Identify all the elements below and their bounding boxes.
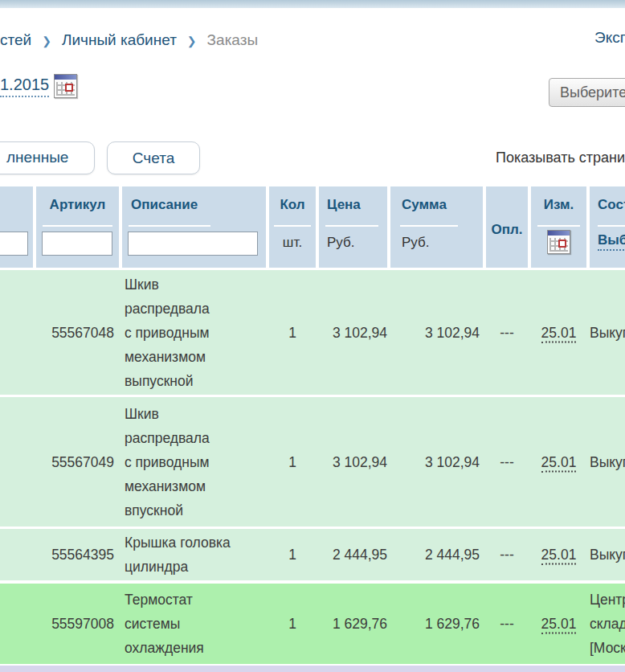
row-price: 3 102,94 bbox=[319, 324, 387, 341]
row-paid: --- bbox=[486, 453, 528, 470]
header-cell-sum: Сумма Руб. bbox=[390, 186, 483, 268]
date-filter-link[interactable]: 1.2015 bbox=[0, 76, 49, 97]
column-unit-qty: шт. bbox=[269, 235, 316, 251]
column-label-price: Цена bbox=[319, 197, 395, 213]
header-divider bbox=[325, 225, 378, 227]
row-description: Шкив распредвала с приводным механизмом … bbox=[125, 402, 219, 522]
row-status: Выкуплено bbox=[590, 543, 625, 567]
chevron-right-icon: ❯ bbox=[187, 33, 197, 47]
row-description: Термостат системы охлаждения bbox=[125, 588, 219, 660]
breadcrumb-item-catalog[interactable]: стей bbox=[0, 31, 31, 49]
header-cell-paid: Опл. bbox=[486, 186, 528, 268]
row-qty: 1 bbox=[269, 324, 316, 341]
calendar-icon[interactable] bbox=[547, 230, 570, 254]
row-sum: 2 444,95 bbox=[390, 547, 480, 563]
column-label-article: Артикул bbox=[36, 197, 119, 213]
column-label-sum: Сумма bbox=[390, 197, 494, 213]
filter-input-description[interactable] bbox=[128, 232, 258, 256]
tab-completed-label: лненные bbox=[6, 149, 68, 166]
column-unit-sum: Руб. bbox=[390, 235, 494, 251]
show-pages-label: Показывать страниц bbox=[496, 150, 625, 166]
header-divider bbox=[537, 225, 580, 227]
tab-completed[interactable]: лненные bbox=[0, 141, 95, 174]
column-unit-price: Руб. bbox=[319, 235, 395, 251]
row-price: 2 444,95 bbox=[319, 547, 387, 563]
breadcrumb-item-cabinet[interactable]: Личный кабинет bbox=[62, 31, 177, 49]
header-cell-order bbox=[0, 186, 33, 268]
changed-date-link[interactable]: 25.01 bbox=[541, 324, 577, 342]
row-status: Выкуплено bbox=[590, 321, 625, 345]
row-status: Центральный склад [Москва] bbox=[590, 588, 625, 660]
header-cell-article: Артикул bbox=[36, 186, 119, 268]
row-qty: 1 bbox=[269, 547, 316, 563]
row-paid: --- bbox=[486, 616, 528, 633]
column-label-qty: Кол bbox=[269, 197, 316, 213]
table-row: 55597008 Термостат системы охлаждения 1 … bbox=[0, 584, 625, 664]
header-divider bbox=[598, 225, 625, 227]
filter-input-order[interactable] bbox=[0, 232, 28, 256]
changed-date-link[interactable]: 25.01 bbox=[541, 547, 577, 565]
header-divider bbox=[400, 225, 458, 227]
header-divider bbox=[129, 225, 210, 227]
tab-invoices[interactable]: Счета bbox=[107, 141, 200, 174]
table-row: 55567049 Шкив распредвала с приводным ме… bbox=[0, 397, 625, 527]
header-cell-price: Цена Руб. bbox=[319, 186, 387, 268]
table-row: 55567048 Шкив распредвала с приводным ме… bbox=[0, 270, 625, 395]
row-article: 55567048 bbox=[36, 324, 114, 341]
row-paid: --- bbox=[486, 324, 528, 341]
row-article: 55597008 bbox=[36, 616, 114, 633]
row-sum: 3 102,94 bbox=[390, 324, 480, 341]
row-article: 55564395 bbox=[36, 547, 114, 563]
calendar-icon-header bbox=[548, 231, 570, 236]
row-changed: 25.01 bbox=[531, 324, 586, 341]
header-divider bbox=[274, 225, 311, 227]
breadcrumb-item-orders: Заказы bbox=[207, 31, 259, 49]
row-changed: 25.01 bbox=[531, 453, 586, 470]
footer-bar bbox=[0, 666, 625, 672]
row-price: 3 102,94 bbox=[319, 453, 387, 470]
chevron-right-icon: ❯ bbox=[42, 33, 51, 47]
row-description: Шкив распредвала с приводным механизмом … bbox=[125, 272, 219, 393]
table-row: 55564395 Крышка головка цилиндра 1 2 444… bbox=[0, 529, 625, 580]
row-description: Крышка головка цилиндра bbox=[125, 531, 233, 579]
status-select-link[interactable]: Выбрать bbox=[598, 232, 625, 251]
header-cell-description: Описание bbox=[122, 186, 266, 268]
row-qty: 1 bbox=[269, 616, 316, 633]
column-label-status: Состояние bbox=[590, 197, 625, 213]
changed-date-link[interactable]: 25.01 bbox=[541, 453, 577, 472]
row-price: 1 629,76 bbox=[319, 616, 387, 633]
breadcrumb: стей ❯ Личный кабинет ❯ Заказы bbox=[0, 31, 258, 49]
row-article: 55567049 bbox=[36, 453, 114, 470]
choose-button[interactable]: Выберите bbox=[549, 78, 625, 107]
table-header: Артикул Описание Кол шт. Цена Руб. Сумма… bbox=[0, 186, 625, 268]
export-link[interactable]: Экспорт bbox=[594, 29, 625, 47]
top-bar bbox=[0, 0, 625, 8]
calendar-icon-header bbox=[55, 75, 76, 80]
calendar-icon-day-marker bbox=[65, 84, 73, 92]
row-paid: --- bbox=[486, 547, 528, 563]
column-label-changed: Изм. bbox=[531, 197, 586, 213]
row-sum: 1 629,76 bbox=[390, 616, 480, 633]
row-qty: 1 bbox=[269, 453, 316, 470]
filter-input-article[interactable] bbox=[42, 232, 112, 256]
header-cell-changed: Изм. bbox=[531, 186, 586, 268]
header-cell-qty: Кол шт. bbox=[269, 186, 316, 268]
column-label-description: Описание bbox=[122, 197, 275, 213]
calendar-icon-day-marker bbox=[558, 240, 566, 248]
page: Экспорт стей ❯ Личный кабинет ❯ Заказы 1… bbox=[0, 0, 625, 672]
row-sum: 3 102,94 bbox=[390, 453, 480, 470]
row-changed: 25.01 bbox=[531, 547, 586, 563]
tab-invoices-label: Счета bbox=[133, 150, 174, 167]
column-label-paid: Опл. bbox=[486, 222, 528, 238]
header-cell-status: Состояние Выбрать bbox=[590, 186, 625, 268]
row-status: Выкуплено bbox=[590, 450, 625, 474]
changed-date-link[interactable]: 25.01 bbox=[541, 616, 577, 634]
calendar-icon[interactable] bbox=[54, 74, 77, 98]
row-changed: 25.01 bbox=[531, 616, 586, 633]
header-divider bbox=[43, 225, 112, 227]
